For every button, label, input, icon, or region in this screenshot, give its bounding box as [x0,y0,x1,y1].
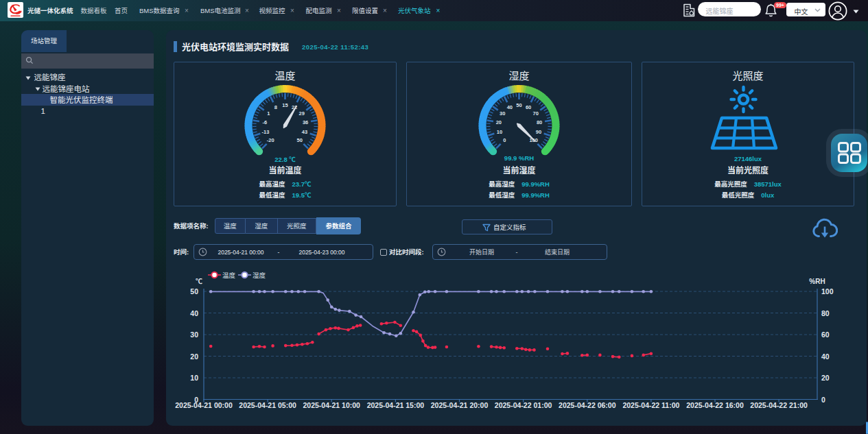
svg-text:60: 60 [526,104,531,110]
svg-text:15: 15 [282,102,288,108]
svg-text:30: 30 [190,330,198,339]
svg-text:2025-04-21 05:00: 2025-04-21 05:00 [239,401,296,409]
svg-text:60: 60 [821,330,830,339]
svg-text:29: 29 [299,110,305,117]
svg-text:90: 90 [536,129,541,135]
svg-text:40: 40 [190,309,198,317]
svg-text:20: 20 [190,352,198,361]
svg-text:-6: -6 [263,119,268,125]
svg-text:-20: -20 [267,137,274,143]
svg-text:40: 40 [507,104,513,110]
svg-text:℃: ℃ [196,276,202,286]
svg-text:30: 30 [500,110,505,117]
svg-text:70: 70 [533,110,539,117]
svg-text:36: 36 [303,119,308,125]
svg-text:40: 40 [821,352,830,361]
svg-text:2025-04-22 16:00: 2025-04-22 16:00 [686,401,744,409]
svg-text:10: 10 [190,374,198,382]
svg-text:20: 20 [821,374,830,382]
svg-text:50: 50 [297,137,303,143]
svg-text:0: 0 [821,396,825,404]
svg-text:100: 100 [821,287,834,296]
svg-text:-13: -13 [262,129,270,135]
svg-text:2025-04-22 11:00: 2025-04-22 11:00 [622,401,679,409]
svg-text:2025-04-22 06:00: 2025-04-22 06:00 [559,401,616,409]
svg-text:80: 80 [821,309,830,317]
svg-text:%RH: %RH [809,278,825,285]
svg-text:2025-04-21 00:00: 2025-04-21 00:00 [175,401,233,409]
svg-text:2025-04-21 10:00: 2025-04-21 10:00 [303,401,360,409]
svg-text:50: 50 [190,287,198,296]
svg-text:0: 0 [503,137,506,143]
svg-text:1: 1 [267,110,270,117]
svg-text:温度: 温度 [222,270,236,280]
svg-text:10: 10 [497,129,502,135]
svg-text:80: 80 [537,119,542,125]
svg-text:2025-04-21 20:00: 2025-04-21 20:00 [431,401,489,409]
svg-text:20: 20 [496,119,502,125]
svg-text:8: 8 [274,104,277,110]
svg-text:50: 50 [516,102,521,108]
svg-text:2025-04-21 15:00: 2025-04-21 15:00 [367,401,425,409]
svg-text:2025-04-22 01:00: 2025-04-22 01:00 [495,401,552,409]
svg-text:2025-04-22 21:00: 2025-04-22 21:00 [750,401,808,409]
svg-text:湿度: 湿度 [253,270,266,280]
svg-text:43: 43 [302,129,307,135]
